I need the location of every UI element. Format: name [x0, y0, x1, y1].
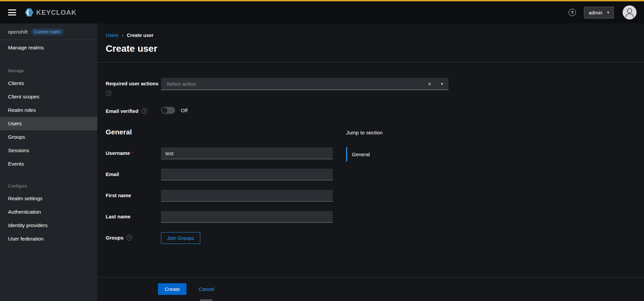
- nav-section-configure: Configure: [0, 171, 97, 192]
- app-root: KEYCLOAK ? admin ▾ openshift Current rea…: [0, 0, 644, 301]
- current-realm-badge: Current realm: [31, 29, 64, 35]
- email-verified-toggle[interactable]: [161, 107, 175, 114]
- required-user-actions-select[interactable]: Select action ✕ ▾: [161, 78, 448, 90]
- sidebar-item-realm-settings[interactable]: Realm settings: [0, 192, 97, 205]
- form-action-bar: Create Cancel: [97, 277, 644, 301]
- last-name-label: Last name: [106, 214, 130, 219]
- sidebar: openshift Current realm Manage realms Ma…: [0, 24, 97, 301]
- join-groups-button[interactable]: Join Groups: [161, 232, 200, 244]
- breadcrumb: Users › Create user: [106, 32, 644, 38]
- required-asterisk: *: [131, 150, 133, 156]
- masthead: KEYCLOAK ? admin ▾: [0, 1, 644, 24]
- sidebar-item-groups[interactable]: Groups: [0, 130, 97, 144]
- select-placeholder: Select action: [166, 81, 426, 87]
- bottom-partial-element: [200, 299, 212, 301]
- keycloak-logo-icon: [24, 7, 34, 17]
- jump-item-general[interactable]: General: [346, 147, 383, 162]
- groups-row: Groups ? Join Groups: [106, 232, 644, 244]
- clear-icon[interactable]: ✕: [426, 81, 434, 87]
- email-verified-label: Email verified: [106, 108, 139, 114]
- nav-section-manage: Manage: [0, 55, 97, 77]
- cancel-link[interactable]: Cancel: [199, 286, 214, 292]
- groups-label: Groups: [106, 235, 123, 241]
- realm-name: openshift: [8, 29, 28, 35]
- avatar[interactable]: [623, 5, 637, 19]
- toggle-knob: [162, 108, 167, 113]
- sidebar-item-clients[interactable]: Clients: [0, 77, 97, 90]
- create-button[interactable]: Create: [158, 283, 186, 295]
- sidebar-item-authentication[interactable]: Authentication: [0, 205, 97, 219]
- user-menu-dropdown[interactable]: admin ▾: [584, 7, 614, 18]
- breadcrumb-users-link[interactable]: Users: [106, 33, 118, 38]
- caret-down-icon: ▾: [607, 10, 609, 15]
- caret-down-icon[interactable]: ▾: [441, 81, 443, 86]
- brand-name: KEYCLOAK: [36, 9, 76, 16]
- last-name-input[interactable]: [161, 211, 333, 223]
- user-menu-label: admin: [589, 10, 602, 15]
- email-row: Email: [106, 169, 644, 180]
- username-input[interactable]: [161, 147, 333, 159]
- realm-selector[interactable]: openshift Current realm: [0, 24, 97, 40]
- first-name-row: First name: [106, 190, 644, 202]
- required-user-actions-row: Required user actions ? Select action ✕ …: [106, 78, 644, 96]
- sidebar-item-manage-realms[interactable]: Manage realms: [0, 40, 97, 55]
- question-circle-icon[interactable]: ?: [142, 108, 147, 114]
- sidebar-item-users[interactable]: Users: [0, 117, 97, 130]
- nav-toggle-icon[interactable]: [8, 9, 17, 16]
- breadcrumb-separator-icon: ›: [122, 32, 123, 38]
- email-verified-state: Off: [181, 108, 187, 114]
- sidebar-item-client-scopes[interactable]: Client scopes: [0, 90, 97, 103]
- email-label: Email: [106, 171, 119, 177]
- breadcrumb-current: Create user: [127, 33, 154, 38]
- jump-to-section-title: Jump to section: [346, 130, 383, 136]
- sidebar-item-user-federation[interactable]: User federation: [0, 232, 97, 246]
- main-content: Users › Create user Create user Required…: [97, 24, 644, 301]
- email-verified-row: Email verified ? Off: [106, 105, 644, 114]
- page-title: Create user: [106, 43, 644, 54]
- help-icon[interactable]: ?: [569, 9, 576, 16]
- sidebar-item-realm-roles[interactable]: Realm roles: [0, 103, 97, 117]
- question-circle-icon[interactable]: ?: [106, 90, 111, 96]
- question-circle-icon[interactable]: ?: [126, 235, 132, 241]
- masthead-actions: ? admin ▾: [569, 5, 637, 19]
- sidebar-item-identity-providers[interactable]: Identity providers: [0, 219, 97, 232]
- first-name-label: First name: [106, 192, 131, 198]
- required-user-actions-label: Required user actions: [106, 81, 161, 86]
- sidebar-item-sessions[interactable]: Sessions: [0, 144, 97, 157]
- last-name-row: Last name: [106, 211, 644, 223]
- username-label: Username: [106, 150, 130, 156]
- page-layout: openshift Current realm Manage realms Ma…: [0, 24, 644, 301]
- jump-to-section-panel: Jump to section General: [346, 130, 383, 162]
- first-name-input[interactable]: [161, 190, 333, 202]
- sidebar-item-events[interactable]: Events: [0, 157, 97, 171]
- brand-logo[interactable]: KEYCLOAK: [24, 7, 76, 17]
- email-input[interactable]: [161, 169, 333, 180]
